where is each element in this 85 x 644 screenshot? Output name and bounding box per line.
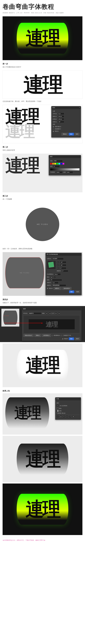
fx-icon: fx bbox=[57, 404, 59, 407]
swatch-magenta[interactable] bbox=[62, 163, 64, 164]
final-result: 連理 bbox=[3, 484, 82, 535]
trash-icon[interactable]: 🗑 bbox=[72, 416, 74, 418]
footer-note: ★全部教程到这为主，获取HOT打，下载本节素材，编辑打开即可★ bbox=[3, 538, 82, 541]
y-axis-icon: ↺ bbox=[57, 264, 59, 266]
rev-persp-input[interactable] bbox=[62, 270, 68, 272]
step3-desc: 画一个黑圆圈 bbox=[3, 198, 82, 200]
grad-opacity-input[interactable] bbox=[56, 171, 62, 173]
cap-off-icon[interactable]: ○ bbox=[53, 276, 56, 278]
step1-label: 第一步 bbox=[3, 63, 82, 65]
stroke-swatch[interactable] bbox=[57, 408, 58, 409]
add-fx-icon[interactable]: fx bbox=[63, 416, 65, 418]
grad-type-select[interactable] bbox=[54, 160, 63, 162]
appearance-row-stroke[interactable]: 描边 bbox=[57, 408, 79, 409]
grad-loc-input[interactable] bbox=[66, 171, 73, 173]
swatch-red[interactable] bbox=[50, 163, 52, 164]
rev-bevel-select[interactable] bbox=[50, 279, 62, 281]
gradient-dialog-title: 渐变 bbox=[50, 156, 52, 158]
map-preview-check[interactable] bbox=[62, 338, 63, 340]
more-button[interactable]: 更多选项(O) bbox=[62, 287, 71, 290]
ok-button[interactable]: 确定 bbox=[69, 133, 74, 136]
meta-bar: 类型教学: 教程学习 人气: 114 illustrator 时间: 2015.… bbox=[3, 12, 82, 14]
add-stroke-icon[interactable]: ▭ bbox=[57, 416, 59, 418]
surface-first-icon[interactable]: ⏮ bbox=[45, 312, 48, 314]
rev-y-input[interactable] bbox=[60, 264, 66, 266]
swatch-yellow[interactable] bbox=[54, 163, 56, 164]
grad-angle-label: 角度 bbox=[50, 166, 52, 167]
map-cancel-button[interactable]: 取消 bbox=[75, 338, 80, 340]
rev-preview-check[interactable] bbox=[47, 288, 48, 289]
rev-pos-label: 位置(N): bbox=[47, 258, 51, 260]
circle-shape: HE YIJOU bbox=[26, 208, 59, 241]
step2-label: 第二步 bbox=[3, 146, 82, 148]
grad-type-label: 类型: bbox=[50, 160, 53, 162]
grad-opacity-label: 不透明度: bbox=[50, 172, 55, 173]
rev-cancel-button[interactable]: 取消 bbox=[75, 290, 80, 293]
step2-desc: 简单上颜色和背景 bbox=[3, 149, 82, 152]
flat-text-block: 連理 bbox=[3, 70, 82, 99]
fill-swatch[interactable] bbox=[57, 410, 58, 412]
mapart-screenshot: HE YIJOU 贴图 符号(S): 表面: ⏮ ◀ 1 / 1 ▶ ⏭ 連理 bbox=[0, 306, 85, 342]
rev-extrude-input[interactable] bbox=[54, 273, 61, 275]
copy-button[interactable]: 复制(C) bbox=[61, 133, 68, 136]
gradient-dialog: 渐变 类型: 角度 bbox=[49, 155, 81, 176]
swatch-green[interactable] bbox=[56, 163, 58, 164]
v-input[interactable] bbox=[58, 116, 64, 118]
opt-section-label: 选项 bbox=[53, 124, 55, 125]
grad-loc-label: 位置: bbox=[63, 172, 66, 173]
shade-check[interactable] bbox=[52, 335, 53, 336]
map-button[interactable]: 贴图(M)... bbox=[54, 287, 61, 290]
swatch-orange[interactable] bbox=[52, 163, 54, 164]
curved-bw-2: 連理 bbox=[3, 436, 82, 482]
rev-pos-select[interactable] bbox=[52, 258, 63, 260]
preview-check[interactable] bbox=[53, 131, 54, 132]
scale-fit-button[interactable]: 缩放以适合(F) bbox=[23, 334, 34, 337]
surface-prev-icon[interactable]: ◀ bbox=[49, 312, 51, 314]
h-label: 水平(H): bbox=[53, 113, 57, 115]
swatch-cyan[interactable] bbox=[58, 163, 60, 164]
rev-x-input[interactable] bbox=[60, 261, 66, 263]
clear-all-button[interactable]: 全部清除(A) bbox=[42, 334, 51, 337]
cancel-button[interactable]: 取消 bbox=[74, 133, 79, 136]
gradient-ramp[interactable] bbox=[50, 168, 79, 170]
surface-next-icon[interactable]: ▶ bbox=[55, 312, 57, 314]
angle-input[interactable] bbox=[58, 121, 64, 123]
page-title: 卷曲弯曲字体教程 bbox=[3, 2, 82, 11]
appearance-row-fill[interactable]: 填色 bbox=[57, 410, 79, 412]
add-fill-icon[interactable]: ▬ bbox=[60, 416, 62, 418]
rev-ok-button[interactable]: 确定 bbox=[69, 290, 74, 293]
angle-label: 角度(A): bbox=[53, 121, 57, 123]
opt2-radio[interactable] bbox=[53, 128, 54, 130]
invisible-check[interactable] bbox=[61, 335, 62, 336]
rev-surface-select[interactable] bbox=[52, 284, 66, 286]
map-dialog-title: 贴图 bbox=[23, 308, 26, 310]
map-dialog: 贴图 符号(S): 表面: ⏮ ◀ 1 / 1 ▶ ⏭ 連理 bbox=[22, 307, 81, 341]
note2: 效果→3D→立体效果，调整位置和角度参数 bbox=[3, 248, 82, 250]
step3-label: 第三步 bbox=[3, 195, 82, 197]
h-input[interactable] bbox=[58, 113, 64, 115]
clear-appearance-icon[interactable]: ⊘ bbox=[66, 416, 68, 418]
rev-height-input[interactable] bbox=[52, 282, 58, 284]
close-icon[interactable]: × bbox=[79, 107, 80, 108]
opt1-radio[interactable] bbox=[53, 126, 54, 128]
move-dialog-title: 移动 bbox=[52, 107, 55, 108]
rotation-cube[interactable] bbox=[47, 260, 56, 270]
hero-image: 連理 bbox=[3, 16, 82, 60]
pos-section-label: 位置 bbox=[53, 110, 55, 112]
cap-on-icon[interactable]: ◉ bbox=[50, 276, 53, 278]
appearance-row-opacity[interactable]: 不透明度: 默认值 bbox=[57, 412, 79, 414]
clear-button[interactable]: 清除(C) bbox=[34, 334, 41, 337]
swatch-blue[interactable] bbox=[60, 163, 62, 164]
appearance-row-3d[interactable]: fx3D 凸出和斜角 bbox=[57, 404, 79, 407]
appearance-row-path[interactable]: 路径 bbox=[57, 402, 79, 404]
grad-angle-input[interactable] bbox=[53, 166, 60, 168]
map-canvas[interactable]: 連理 bbox=[23, 315, 80, 333]
duplicate-icon[interactable]: ❐ bbox=[69, 416, 71, 418]
dist-input[interactable] bbox=[58, 118, 64, 120]
dist-label: 距离(D): bbox=[53, 118, 57, 120]
surface-last-icon[interactable]: ⏭ bbox=[58, 312, 60, 314]
map-ok-button[interactable]: 确定 bbox=[69, 338, 74, 340]
rev-z-input[interactable] bbox=[60, 267, 66, 269]
map-symbol-select[interactable] bbox=[28, 312, 41, 314]
step5-label: 效果上色 bbox=[3, 390, 82, 392]
